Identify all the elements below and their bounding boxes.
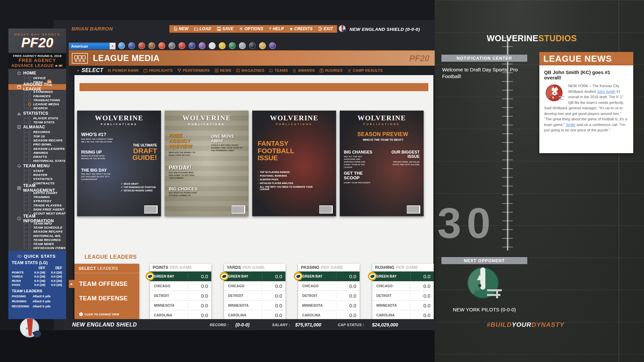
team-logo-icon[interactable]: [138, 42, 145, 49]
sidebar-item-trade-players[interactable]: TRADE PLAYERS: [8, 203, 66, 207]
leader-stat-value: 0.0: [349, 303, 356, 308]
team-logo-icon[interactable]: [199, 42, 206, 49]
sidebar-item-scout-next-draft[interactable]: SCOUT NEXT DRAFT: [8, 212, 66, 216]
stat-suffix: PER GAME: [170, 265, 192, 270]
team-logo-icon[interactable]: [229, 42, 236, 49]
menu-item-new[interactable]: NEW: [173, 26, 189, 31]
sidebar-item-label: TEAM RECORDS: [33, 238, 61, 242]
menu-item-save[interactable]: SAVE: [217, 26, 233, 31]
team-logo-icon[interactable]: [189, 42, 196, 49]
team-offense-option[interactable]: TEAM OFFENSE: [74, 281, 139, 288]
team-logo-icon[interactable]: [128, 42, 135, 49]
news-player-link[interactable]: Smith: [566, 123, 575, 127]
subnav-item-magazines[interactable]: MAGAZINES: [236, 68, 265, 73]
sidebar-item-records[interactable]: RECORDS: [8, 130, 66, 134]
team-logo-icon[interactable]: [239, 42, 246, 49]
sidebar-item-drafts[interactable]: DRAFTS: [8, 155, 66, 159]
sidebar-item-team-schedule[interactable]: TEAM SCHEDULE: [8, 225, 66, 229]
magazine-cover-fantasy[interactable]: WOLVERINE PUBLICATIONS FANTASY FOOTBALL …: [252, 111, 336, 216]
collapse-arrow-icon[interactable]: ▶: [69, 280, 74, 288]
subnav-item-performers[interactable]: PERFORMERS: [177, 68, 210, 73]
conference-dropdown[interactable]: American ▼: [69, 43, 116, 50]
subnav-item-camp-results[interactable]: CAMP RESULTS: [347, 68, 383, 73]
menu-item-options[interactable]: OPTIONS: [239, 26, 263, 31]
sidebar-item-team-stats[interactable]: TEAM STATS: [8, 120, 66, 124]
sidebar-item-transactions[interactable]: TRANSACTIONS: [8, 98, 66, 102]
team-logo-strip: [118, 42, 276, 49]
menu-item-load[interactable]: LOAD: [194, 26, 211, 31]
subnav-item-news[interactable]: NEWS: [214, 68, 231, 73]
subnav-item-teams[interactable]: TEAMS: [269, 68, 288, 73]
sidebar-item-team-records[interactable]: TEAM RECORDS: [8, 238, 66, 242]
menu-item-help[interactable]: ?HELP: [269, 26, 284, 31]
team-logo-icon[interactable]: [219, 42, 226, 49]
magazine-cover-season-preview[interactable]: WOLVERINE PUBLICATIONS SEASON PREVIEW WH…: [340, 111, 424, 216]
sidebar-item-league-media[interactable]: LEAGUE MEDIA: [8, 102, 66, 106]
sidebar-item-contracts[interactable]: CONTRACTS: [8, 181, 66, 185]
sidebar-item-awards[interactable]: AWARDS: [8, 150, 66, 155]
sidebar-item-top-10[interactable]: TOP 10: [8, 134, 66, 138]
sidebar-item-historical-stats[interactable]: HISTORICAL STATS: [8, 159, 66, 163]
team-logo-icon[interactable]: [178, 42, 185, 49]
leader-row-chicago: CHICAGO0.0: [372, 281, 434, 291]
magazine-cover-draft-guide[interactable]: WOLVERINE PUBLICATIONS WHO'S #1? SEE WHO…: [77, 111, 161, 216]
sidebar-item-season-recaps[interactable]: SEASON RECAPS: [8, 138, 66, 142]
dropdown-arrow-icon[interactable]: ▼: [109, 43, 115, 49]
bullet-icon: [28, 103, 31, 106]
sidebar-item-team-info[interactable]: TEAM INFO: [8, 221, 66, 225]
subnav-item-injuries[interactable]: INJURIES: [319, 68, 343, 73]
team-logo-icon[interactable]: [259, 42, 266, 49]
menu-item-exit[interactable]: EXIT: [318, 26, 333, 31]
sidebar-section-almanac[interactable]: ALMANAC: [8, 124, 66, 130]
team-logo-icon[interactable]: [168, 42, 175, 49]
subnav-select[interactable]: ► SELECT: [77, 67, 103, 73]
team-logo-icon[interactable]: [158, 42, 165, 49]
sidebar-item-finances[interactable]: FINANCES: [8, 94, 66, 98]
sidebar-item-team-news[interactable]: TEAM NEWS: [8, 242, 66, 246]
subnav-item-awards[interactable]: AWARDS: [292, 68, 315, 73]
sidebar-item-depth-chart[interactable]: DEPTH CHART: [8, 191, 66, 195]
sidebar-item-pro-bowl[interactable]: PRO BOWL: [8, 142, 66, 146]
sidebar-item-offseason-items[interactable]: OFFSEASON ITEMS: [8, 246, 66, 250]
sidebar-item-season-recaps[interactable]: SEASON RECAPS: [8, 230, 66, 234]
sidebar-item-season-leaders[interactable]: SEASON LEADERS: [8, 146, 66, 150]
news-player-link[interactable]: John Smith: [597, 89, 615, 94]
team-logo-icon[interactable]: [118, 42, 125, 49]
sidebar-item-staff[interactable]: STAFF: [8, 169, 66, 173]
sidebar-item-historical-w-l[interactable]: HISTORICAL W/L: [8, 234, 66, 238]
sidebar-item-standings[interactable]: STANDINGS: [8, 90, 66, 94]
main-menu-bar: NEWLOADSAVEOPTIONS?HELP★CREDITSEXIT: [169, 25, 337, 33]
sidebar-item-label: SIGN FREE AGENT: [33, 207, 64, 211]
subnav-item-highlights[interactable]: HIGHLIGHTS: [143, 68, 173, 73]
team-logo-icon[interactable]: [209, 42, 216, 49]
sidebar-item-roster[interactable]: ROSTER: [8, 173, 66, 177]
change-view-note[interactable]: i CLICK TO CHANGE VIEW: [79, 312, 119, 316]
cap-status-value: $24,029,000: [372, 322, 398, 327]
sidebar-section-statistics[interactable]: STATISTICS: [8, 110, 66, 116]
menu-item-credits[interactable]: ★CREDITS: [289, 26, 313, 31]
green-bay-logo: [368, 272, 377, 281]
sidebar-item-training[interactable]: TRAINING: [8, 195, 66, 199]
sidebar-item-email[interactable]: EMAIL16: [8, 80, 66, 84]
sidebar-section-team-information[interactable]: TEAM INFORMATION: [8, 216, 66, 221]
sidebar-section-around-the-league[interactable]: AROUND THE LEAGUE: [8, 84, 66, 90]
sidebar-item-statistics[interactable]: STATISTICS: [8, 177, 66, 181]
magazine-cover-free-agency[interactable]: WOLVERINE PUBLICATIONS FREE AGENCY PREVI…: [165, 111, 249, 216]
subnav-item-power-rank[interactable]: #|POWER RANK: [108, 68, 139, 72]
leader-table-rushing: RUSHINGPER GAMEGREEN BAY0.0CHICAGO0.0DET…: [372, 264, 434, 320]
sidebar-section-team-menu[interactable]: TEAM MENU: [8, 163, 66, 169]
sidebar-section-home[interactable]: HOME: [8, 70, 66, 76]
team-defense-option[interactable]: TEAM DEFENSE: [74, 295, 139, 302]
team-logo-icon[interactable]: [148, 42, 155, 49]
sidebar-item-sign-free-agent[interactable]: SIGN FREE AGENT: [8, 207, 66, 211]
sidebar-item-office[interactable]: OFFICE: [8, 76, 66, 80]
sidebar-item-strategy[interactable]: STRATEGY: [8, 199, 66, 203]
team-logo-icon[interactable]: [269, 42, 276, 49]
sidebar-item-label: TEAM NEWS: [33, 242, 54, 246]
advance-league-button[interactable]: ADVANCE LEAGUE »: [8, 63, 66, 68]
leader-row-chicago: CHICAGO0.0: [224, 281, 285, 291]
sidebar-item-player-stats[interactable]: PLAYER STATS: [8, 116, 66, 120]
sidebar-item-search[interactable]: SEARCH: [8, 106, 66, 110]
sidebar-section-team-management[interactable]: TEAM MANAGEMENT: [8, 185, 66, 191]
team-logo-icon[interactable]: [249, 42, 256, 49]
